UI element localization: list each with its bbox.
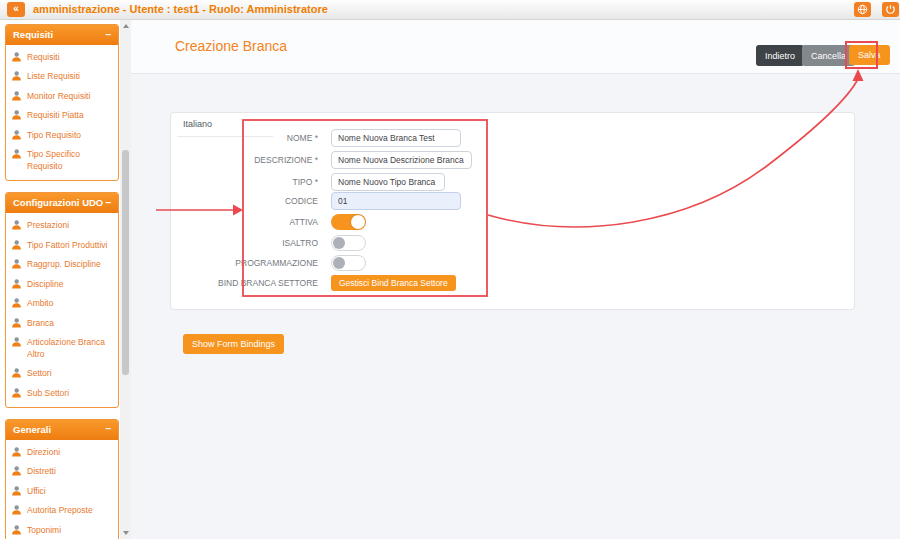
tab-italiano[interactable]: Italiano: [183, 119, 212, 129]
sidebar-item-label: Tipo Fattori Produttivi: [27, 240, 107, 251]
page-title-band: Creazione Branca Indietro Cancella Salva: [131, 20, 900, 74]
sidebar-item-uffici[interactable]: Uffici: [6, 482, 118, 501]
codice-label: CODICE: [171, 196, 331, 206]
nome-field[interactable]: [331, 129, 461, 147]
language-globe-button[interactable]: [854, 2, 871, 17]
sidebar-item-label: Raggrup. Discipline: [27, 259, 101, 270]
vertical-scrollbar[interactable]: [120, 20, 131, 539]
show-form-bindings-button[interactable]: Show Form Bindings: [183, 334, 284, 354]
sidebar-item-label: Tipo Specifico Requisito: [27, 149, 113, 172]
sidebar-item-label: Sub Settori: [27, 388, 69, 399]
user-icon: [11, 446, 22, 458]
gestisci-bind-branca-settore-button[interactable]: Gestisci Bind Branca Settore: [331, 275, 456, 291]
logout-power-button[interactable]: [882, 2, 899, 17]
user-icon: [11, 148, 22, 160]
sidebar-item-label: Articolazione Branca Altro: [27, 337, 113, 360]
sidebar-item-monitor-requisiti[interactable]: Monitor Requisiti: [6, 87, 118, 106]
app-window: « amministrazione - Utente : test1 - Ruo…: [0, 0, 900, 539]
user-icon: [11, 504, 22, 516]
scrollbar-thumb[interactable]: [122, 150, 129, 375]
form-row-descrizione: DESCRIZIONE *: [171, 151, 671, 169]
main-content: Creazione Branca Indietro Cancella Salva…: [131, 20, 900, 539]
sidebar-panel-configurazioni-udo: Configurazioni UDO – Prestazioni Tipo Fa…: [5, 192, 119, 408]
user-icon: [11, 465, 22, 477]
isaltro-toggle[interactable]: [331, 235, 366, 251]
collapse-minus-icon[interactable]: –: [105, 425, 111, 433]
sidebar-item-sub-settori[interactable]: Sub Settori: [6, 384, 118, 403]
sidebar-item-discipline[interactable]: Discipline: [6, 275, 118, 294]
sidebar-item-toponimi[interactable]: Toponimi: [6, 521, 118, 539]
cancella-button[interactable]: Cancella: [802, 45, 855, 66]
programmazione-toggle[interactable]: [331, 255, 366, 271]
attiva-toggle[interactable]: [331, 214, 366, 230]
sidebar-panel-requisiti: Requisiti – Requisiti Liste Requisiti Mo…: [5, 24, 119, 181]
top-bar: « amministrazione - Utente : test1 - Ruo…: [0, 0, 900, 20]
sidebar-item-liste-requisiti[interactable]: Liste Requisiti: [6, 67, 118, 86]
sidebar-item-label: Uffici: [27, 486, 46, 497]
sidebar-item-settori[interactable]: Settori: [6, 364, 118, 383]
section-title: Generali: [13, 424, 51, 435]
sidebar-item-label: Direzioni: [27, 447, 60, 458]
sidebar-item-raggrup-discipline[interactable]: Raggrup. Discipline: [6, 255, 118, 274]
section-title: Configurazioni UDO: [13, 197, 103, 208]
section-body: Requisiti Liste Requisiti Monitor Requis…: [6, 45, 118, 180]
section-title: Requisiti: [13, 29, 53, 40]
form-row-programmazione: PROGRAMMAZIONE: [171, 255, 671, 271]
collapse-sidebar-button[interactable]: «: [7, 2, 25, 17]
descrizione-field[interactable]: [331, 151, 472, 169]
sidebar-item-tipo-requisito[interactable]: Tipo Requisito: [6, 126, 118, 145]
codice-field: [331, 192, 461, 210]
sidebar-item-ambito[interactable]: Ambito: [6, 294, 118, 313]
sidebar-section-header-generali[interactable]: Generali –: [6, 420, 118, 440]
user-icon: [11, 278, 22, 290]
sidebar-panel-generali: Generali – Direzioni Distretti Uffici: [5, 419, 119, 539]
form-row-isaltro: ISALTRO: [171, 235, 671, 251]
sidebar-item-label: Liste Requisiti: [27, 71, 80, 82]
sidebar-section-header-requisiti[interactable]: Requisiti –: [6, 25, 118, 45]
programmazione-label: PROGRAMMAZIONE: [171, 258, 331, 268]
nome-label: NOME *: [171, 133, 331, 143]
scroll-down-arrow-icon[interactable]: [123, 531, 129, 535]
sidebar-item-label: Discipline: [27, 279, 63, 290]
salva-button[interactable]: Salva: [849, 45, 890, 65]
scroll-up-arrow-icon[interactable]: [123, 24, 129, 28]
collapse-minus-icon[interactable]: –: [105, 31, 111, 39]
sidebar-item-autorita-preposte[interactable]: Autorita Preposte: [6, 501, 118, 520]
sidebar-item-direzioni[interactable]: Direzioni: [6, 443, 118, 462]
sidebar-item-label: Prestazioni: [27, 220, 69, 231]
attiva-label: ATTIVA: [171, 217, 331, 227]
user-icon: [11, 51, 22, 63]
sidebar-item-requisiti[interactable]: Requisiti: [6, 48, 118, 67]
sidebar-section-header-configurazioni-udo[interactable]: Configurazioni UDO –: [6, 193, 118, 213]
sidebar-item-label: Monitor Requisiti: [27, 91, 90, 102]
window-title: amministrazione - Utente : test1 - Ruolo…: [33, 3, 328, 15]
tipo-field[interactable]: [331, 173, 445, 191]
user-icon: [11, 70, 22, 82]
form-row-bind-branca-settore: BIND BRANCA SETTORE Gestisci Bind Branca…: [171, 275, 671, 291]
sidebar-item-tipo-fattori-produttivi[interactable]: Tipo Fattori Produttivi: [6, 236, 118, 255]
user-icon: [11, 90, 22, 102]
user-icon: [11, 387, 22, 399]
sidebar-item-branca[interactable]: Branca: [6, 314, 118, 333]
form-row-tipo: TIPO *: [171, 173, 671, 191]
globe-icon: [857, 4, 868, 15]
form-row-attiva: ATTIVA: [171, 214, 671, 230]
indietro-button[interactable]: Indietro: [756, 45, 804, 66]
sidebar-item-label: Requisiti Piatta: [27, 110, 84, 121]
sidebar-item-prestazioni[interactable]: Prestazioni: [6, 216, 118, 235]
sidebar-item-requisiti-piatta[interactable]: Requisiti Piatta: [6, 106, 118, 125]
user-icon: [11, 524, 22, 536]
sidebar-item-label: Autorita Preposte: [27, 505, 93, 516]
user-icon: [11, 239, 22, 251]
sidebar-item-tipo-specifico-requisito[interactable]: Tipo Specifico Requisito: [6, 145, 118, 176]
collapse-minus-icon[interactable]: –: [105, 199, 111, 207]
isaltro-label: ISALTRO: [171, 238, 331, 248]
form-row-nome: NOME *: [171, 129, 671, 147]
sidebar-item-distretti[interactable]: Distretti: [6, 462, 118, 481]
toggle-knob: [333, 257, 345, 269]
page-title: Creazione Branca: [175, 38, 287, 54]
sidebar-item-articolazione-branca-altro[interactable]: Articolazione Branca Altro: [6, 333, 118, 364]
user-icon: [11, 317, 22, 329]
user-icon: [11, 219, 22, 231]
sidebar-item-label: Toponimi: [27, 525, 61, 536]
